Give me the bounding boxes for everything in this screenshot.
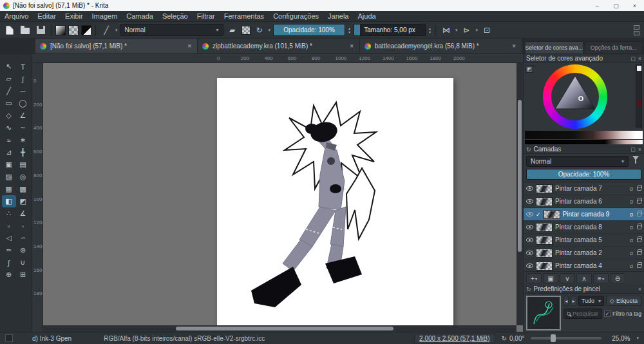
document-tab-3[interactable]: battleacademyengel.kra (56,8 MiB) * × <box>360 39 522 53</box>
canvas-rotation[interactable]: ↻ 0,00° <box>502 335 525 342</box>
layer-row-pintar-camada-7[interactable]: Pintar camada 7 α <box>524 182 644 195</box>
tool-line[interactable]: ─ <box>16 85 30 97</box>
tool-polygon[interactable]: ◇ <box>2 110 16 122</box>
zoom-caret-icon[interactable]: ▾ <box>636 336 639 341</box>
tool-pan[interactable]: ⊞ <box>16 269 30 281</box>
color-swatch-white[interactable] <box>637 66 641 71</box>
tool-freehand-brush[interactable]: ╱ <box>2 85 16 97</box>
tool-polygonal-select[interactable]: ◁ <box>2 232 16 244</box>
tool-move[interactable]: ╋ <box>16 146 30 158</box>
layer-blend-mode-dropdown[interactable]: Normal ▾ <box>526 156 629 167</box>
brush-editor-button[interactable]: ╱ <box>100 24 113 37</box>
save-document-button[interactable] <box>34 24 47 37</box>
tool-transform-select[interactable]: ↖ <box>2 61 16 73</box>
tool-edit-shapes[interactable]: ▱ <box>2 73 16 85</box>
layer-visibility-icon[interactable] <box>526 263 533 268</box>
tab-advanced-color-selector[interactable]: Seletor de cores ava... <box>525 41 583 53</box>
lock-icon[interactable] <box>637 264 641 268</box>
menu-ajuda[interactable]: Ajuda <box>353 11 380 21</box>
layer-visibility-icon[interactable] <box>526 199 533 204</box>
gamut-warning-chip[interactable] <box>5 334 13 342</box>
reload-preset-button[interactable]: ↻ <box>253 24 266 37</box>
zoom-slider[interactable] <box>531 337 601 339</box>
layer-row-pintar-camada-4[interactable]: Pintar camada 4 α <box>524 260 644 272</box>
duplicate-layer-button[interactable]: ▣ <box>543 273 558 283</box>
tab-tool-options[interactable]: Opções da ferra... <box>585 41 643 53</box>
brush-size-slider[interactable]: Tamanho: 5,00 px <box>354 24 426 36</box>
brush-preset-thumbnail[interactable] <box>526 296 561 330</box>
tool-crop[interactable]: ▣ <box>2 158 16 171</box>
zoom-value[interactable]: 25,0% <box>608 335 630 342</box>
document-tab-1[interactable]: [Não foi salvo] (57,1 MiB) * × <box>35 39 198 53</box>
layer-row-pintar-camada-6[interactable]: Pintar camada 6 α <box>524 195 644 208</box>
tool-gradient[interactable]: ▨ <box>2 171 16 183</box>
layer-filter-icon[interactable] <box>632 156 639 164</box>
close-button[interactable]: × <box>625 0 644 11</box>
lock-icon[interactable] <box>637 251 641 255</box>
alpha-lock-icon[interactable]: α <box>630 211 633 218</box>
menu-selecao[interactable]: Seleção <box>158 11 193 21</box>
tool-similar-color-select[interactable]: ≃ <box>2 244 16 256</box>
pointer-mode-button[interactable]: ⊳ <box>460 24 473 37</box>
layer-visibility-icon[interactable] <box>526 251 533 255</box>
shade-gradient-bar[interactable] <box>525 140 643 144</box>
color-selector-settings-icon[interactable]: ◩ <box>526 65 533 73</box>
tool-reference-images[interactable]: ▤ <box>16 158 30 171</box>
alpha-lock-icon[interactable]: α <box>630 224 633 231</box>
tool-bezier-select[interactable]: ʃ <box>2 256 16 269</box>
spin-down-icon[interactable]: ▾ <box>348 30 350 34</box>
menu-arquivo[interactable]: Arquivo <box>0 11 33 21</box>
blend-mode-dropdown[interactable]: Normal ▾ <box>120 24 223 36</box>
layer-visibility-icon[interactable] <box>526 186 533 191</box>
canvas-page[interactable] <box>217 78 453 332</box>
tool-dynamic-brush[interactable]: ≈ <box>2 134 16 146</box>
gradient-chooser[interactable] <box>55 25 66 35</box>
foreground-background-color[interactable] <box>81 25 91 35</box>
preserve-alpha-button[interactable] <box>242 26 251 35</box>
preset-search-box[interactable] <box>564 309 602 319</box>
layer-visibility-icon[interactable] <box>526 212 533 216</box>
lock-icon[interactable] <box>637 238 641 242</box>
tool-rectangular-select[interactable]: ▫ <box>2 220 16 232</box>
prev-preset-button[interactable]: ◂ <box>564 296 569 306</box>
maximize-button[interactable]: ▢ <box>607 0 625 11</box>
alpha-lock-icon[interactable]: α <box>630 237 633 244</box>
move-layer-down-button[interactable]: ∨ <box>560 273 575 283</box>
tag-filter-checkbox[interactable]: ✓ <box>604 311 611 317</box>
tool-freehand-path[interactable]: ∼ <box>16 122 30 134</box>
eraser-mode-button[interactable]: ▰ <box>226 24 239 37</box>
brush-editor-caret-icon[interactable]: ▾ <box>115 28 118 33</box>
minimize-button[interactable]: – <box>588 0 607 11</box>
sync-icon[interactable]: ↻ <box>526 286 531 292</box>
tool-text[interactable]: T <box>16 61 30 73</box>
layer-row-pintar-camada-2[interactable]: Pintar camada 2 α <box>524 247 644 260</box>
wraparound-mode-button[interactable]: ⊡ <box>480 24 493 37</box>
tab-close-icon[interactable]: × <box>186 43 193 50</box>
docker-toggle-icon[interactable] <box>634 25 639 30</box>
color-swatch-darkred[interactable] <box>637 100 641 106</box>
layer-row-pintar-camada-9-selected[interactable]: ✓ Pintar camada 9 α <box>524 208 644 221</box>
tool-calligraphy[interactable]: ∫ <box>16 73 30 85</box>
move-layer-up-button[interactable]: ∧ <box>576 273 592 283</box>
mirror-caret-icon[interactable]: ▾ <box>455 28 458 33</box>
opacity-slider[interactable]: Opacidade: 100% <box>273 24 345 36</box>
tool-measure[interactable]: ∡ <box>16 207 30 220</box>
tool-transform[interactable]: ⊿ <box>2 146 16 158</box>
pattern-chooser[interactable] <box>68 25 79 35</box>
lock-icon[interactable] <box>637 200 641 204</box>
tool-rectangle[interactable]: ▭ <box>2 97 16 110</box>
alpha-lock-icon[interactable]: α <box>630 263 633 269</box>
layer-visibility-icon[interactable] <box>526 225 533 229</box>
lock-icon[interactable] <box>637 213 641 216</box>
layer-opacity-slider[interactable]: Opacidade: 100% <box>526 169 641 180</box>
menu-exibir[interactable]: Exibir <box>61 11 88 21</box>
horizontal-scrollbar-handle[interactable] <box>176 327 393 330</box>
mirror-horizontal-button[interactable]: ⋈ <box>440 24 453 37</box>
float-docker-icon[interactable]: ◻ <box>630 146 635 153</box>
lock-icon[interactable] <box>637 225 641 229</box>
tool-fill[interactable]: ◧ <box>2 195 16 207</box>
docker-toggle-icon[interactable] <box>634 31 639 35</box>
close-docker-icon[interactable]: × <box>638 146 641 153</box>
canvas-viewport[interactable] <box>43 63 523 332</box>
tool-assistants[interactable]: ∴ <box>2 207 16 220</box>
